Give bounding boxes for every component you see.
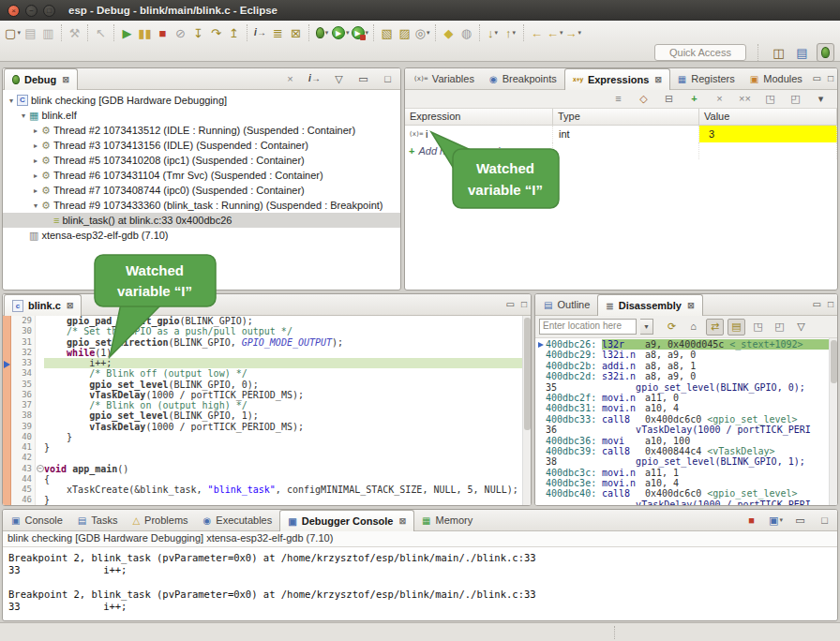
external-tools-icon[interactable]: ▶▾: [351, 23, 370, 42]
expander-icon[interactable]: ▸: [31, 186, 40, 195]
minimize-icon[interactable]: ▭: [791, 513, 809, 528]
minimize-icon[interactable]: ▭: [813, 74, 821, 83]
remove-all-expressions-icon[interactable]: ××: [736, 92, 754, 107]
location-input[interactable]: Enter location here: [539, 319, 637, 335]
resume-icon[interactable]: ▶: [118, 23, 136, 42]
open-element-icon[interactable]: ◍: [458, 23, 475, 42]
debug-tree-item[interactable]: ▸⚙Thread #7 1073408744 (ipc0) (Suspended…: [3, 183, 400, 198]
show-debug-elements-icon[interactable]: ≣: [269, 23, 287, 42]
expander-icon[interactable]: ▸: [31, 142, 40, 150]
close-icon[interactable]: ⊠: [654, 75, 662, 84]
step-return-icon[interactable]: ↥: [225, 23, 243, 42]
terminate-console-icon[interactable]: ■: [742, 513, 760, 528]
debug-tree-item[interactable]: ▸⚙Thread #5 1073410208 (ipc1) (Suspended…: [3, 153, 400, 168]
expander-icon[interactable]: ▸: [31, 171, 40, 180]
disassembly-scrollbar[interactable]: [829, 338, 837, 505]
new-view-icon[interactable]: ◳: [749, 319, 767, 335]
quick-access-button[interactable]: Quick Access: [654, 44, 746, 61]
console-output[interactable]: Breakpoint 2, blink_task (pvParameter=0x…: [3, 547, 837, 618]
expander-icon[interactable]: ▸: [31, 127, 40, 135]
search-icon[interactable]: ◎▾: [413, 23, 431, 42]
show-type-names-icon[interactable]: ≡: [609, 92, 627, 107]
minimize-icon[interactable]: ▭: [354, 71, 372, 86]
debug-perspective-button[interactable]: [817, 43, 834, 62]
window-minimize-button[interactable]: −: [25, 5, 38, 17]
console-tab-debugger-console[interactable]: ▣Debugger Console⊠: [279, 510, 414, 531]
step-into-icon[interactable]: ↧: [189, 23, 207, 42]
expander-icon[interactable]: ▾: [7, 97, 16, 105]
new-wizard-icon[interactable]: ▢▾: [4, 23, 22, 42]
column-header-type[interactable]: Type: [553, 109, 699, 125]
refresh-icon[interactable]: ⟳: [663, 319, 681, 335]
debug-tree-item[interactable]: ▸⚙Thread #2 1073413512 (IDLE : Running) …: [3, 123, 400, 138]
minimize-icon[interactable]: ▭: [813, 300, 821, 309]
location-dropdown-icon[interactable]: ▼: [640, 319, 653, 335]
next-annotation-icon[interactable]: ↓▾: [484, 23, 502, 42]
debug-tree-item[interactable]: ≡blink_task() at blink.c:33 0x400dbc26: [3, 213, 400, 228]
tab-blink-c[interactable]: c blink.c ⊠: [4, 294, 82, 316]
debug-tree-item[interactable]: ▥xtensa-esp32-elf-gdb (7.10): [3, 228, 400, 243]
expander-icon[interactable]: ▾: [31, 201, 40, 210]
collapse-all-icon[interactable]: ⊟: [660, 92, 678, 107]
column-header-value[interactable]: Value: [699, 109, 837, 125]
open-folder-icon[interactable]: ▨: [396, 23, 413, 42]
pin-view-icon[interactable]: ◰: [771, 319, 788, 335]
expressions-tab-modules[interactable]: ▣Modules: [742, 68, 810, 89]
add-expression-row[interactable]: +Add new expression: [405, 142, 837, 159]
expression-row[interactable]: (x)= iint3: [405, 126, 837, 142]
pin-view-icon[interactable]: ◰: [787, 92, 804, 107]
dropdown-arrow-icon[interactable]: ▾: [366, 29, 369, 37]
suspend-icon[interactable]: ▮▮: [136, 23, 154, 42]
editor-scrollbar[interactable]: [522, 316, 531, 505]
expander-icon[interactable]: ▸: [31, 157, 40, 165]
use-step-filters-icon[interactable]: ⊠: [287, 23, 305, 42]
previous-annotation-icon[interactable]: ↑▾: [502, 23, 519, 42]
display-selected-console-icon[interactable]: ▣▾: [767, 513, 785, 528]
mark-occurrences-icon[interactable]: ◆: [440, 23, 458, 42]
new-view-icon[interactable]: ◳: [761, 92, 779, 107]
dropdown-arrow-icon[interactable]: ▾: [578, 29, 582, 37]
maximize-icon[interactable]: □: [828, 74, 833, 83]
expressions-tab-breakpoints[interactable]: ◉Breakpoints: [482, 68, 564, 89]
terminate-icon[interactable]: ■: [154, 23, 172, 42]
remove-all-terminated-icon[interactable]: ×: [281, 71, 299, 86]
fold-marker-icon[interactable]: −: [36, 464, 44, 474]
expander-icon[interactable]: ▾: [19, 112, 28, 120]
close-icon[interactable]: ⊠: [398, 516, 406, 526]
dropdown-arrow-icon[interactable]: ▾: [427, 29, 430, 37]
instruction-stepping-mode-icon[interactable]: i→: [306, 71, 323, 86]
remove-expression-icon[interactable]: ×: [711, 92, 728, 107]
disassembly-listing[interactable]: 400dbc26:l32ra9, 0x400d045c <_stext+1092…: [535, 338, 837, 505]
cpp-perspective-button[interactable]: ▤: [793, 43, 811, 62]
close-icon[interactable]: ⊠: [687, 301, 695, 310]
expressions-tab-expressions[interactable]: x+yExpressions⊠: [564, 68, 670, 90]
add-expression-icon[interactable]: +: [685, 92, 703, 107]
disassembly-tab-disassembly[interactable]: ≣Disassembly⊠: [597, 294, 702, 316]
step-over-icon[interactable]: ↷: [207, 23, 225, 42]
dropdown-arrow-icon[interactable]: ▾: [346, 29, 350, 37]
back-icon[interactable]: ←▾: [546, 23, 564, 42]
dropdown-arrow-icon[interactable]: ▾: [560, 29, 563, 37]
close-icon[interactable]: ⊠: [62, 75, 69, 84]
save-icon[interactable]: ▤: [22, 23, 39, 42]
debug-tree-item[interactable]: ▾Cblink checking [GDB Hardware Debugging…: [3, 93, 400, 108]
view-menu-icon[interactable]: ▽: [330, 71, 348, 86]
dropdown-arrow-icon[interactable]: ▾: [495, 29, 499, 37]
run-icon[interactable]: ▶▾: [331, 23, 351, 42]
new-project-icon[interactable]: ▧: [378, 23, 396, 42]
show-logical-structure-icon[interactable]: ◇: [635, 92, 652, 107]
build-icon[interactable]: ⚒: [66, 23, 83, 42]
instruction-stepping-icon[interactable]: i→: [251, 23, 269, 42]
sync-active-context-icon[interactable]: ⇄: [706, 319, 724, 335]
console-tab-problems[interactable]: △Problems: [125, 510, 195, 530]
last-edit-location-icon[interactable]: ←: [528, 23, 546, 42]
home-icon[interactable]: ⌂: [684, 319, 702, 335]
tab-debug[interactable]: Debug ⊠: [4, 68, 78, 90]
minimize-icon[interactable]: ▭: [506, 300, 515, 309]
dropdown-arrow-icon[interactable]: ▾: [17, 29, 21, 37]
debug-tree-item[interactable]: ▸⚙Thread #6 1073431104 (Tmr Svc) (Suspen…: [3, 168, 400, 183]
debug-icon[interactable]: ▾: [313, 23, 331, 42]
debug-tree-item[interactable]: ▾▦blink.elf: [3, 108, 400, 123]
view-menu-icon[interactable]: ▾: [812, 92, 830, 107]
debug-tree-item[interactable]: ▸⚙Thread #3 1073413156 (IDLE) (Suspended…: [3, 138, 400, 153]
